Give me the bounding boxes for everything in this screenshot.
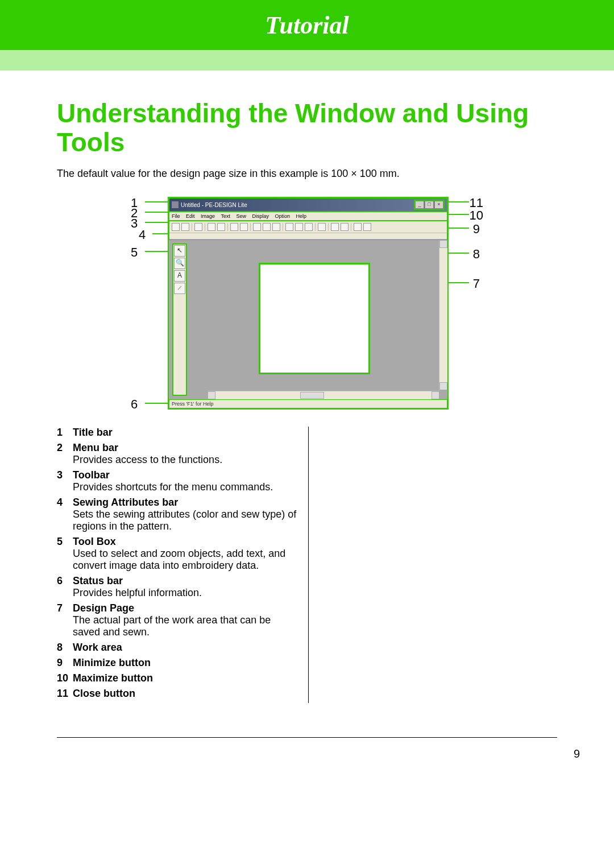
legend-item: 4Sewing Attributes barSets the sewing at… (57, 497, 297, 532)
tb-redo-icon[interactable] (240, 223, 248, 231)
close-button[interactable]: × (434, 201, 443, 209)
callout-10: 10 (470, 208, 483, 223)
tb-cut-icon[interactable] (253, 223, 261, 231)
callout-8: 8 (473, 247, 480, 262)
legend-desc: Used to select and zoom objects, add tex… (73, 548, 297, 572)
tb-paste-icon[interactable] (272, 223, 280, 231)
tb-save-icon[interactable] (194, 223, 202, 231)
minimize-button[interactable]: _ (415, 201, 424, 209)
legend-title: Minimize button (73, 657, 297, 669)
maximize-button[interactable]: □ (425, 201, 434, 209)
menu-help[interactable]: Help (296, 213, 307, 219)
legend-number: 8 (57, 642, 73, 654)
legend-desc: Sets the sewing attributes (color and se… (73, 509, 297, 532)
legend-number: 2 (57, 442, 73, 466)
tb-icon[interactable] (295, 223, 303, 231)
tb-icon[interactable] (363, 223, 371, 231)
tb-icon[interactable] (318, 223, 326, 231)
tb-icon[interactable] (341, 223, 349, 231)
menu-image[interactable]: Image (201, 213, 215, 219)
intro-text: The default value for the design page si… (57, 168, 557, 180)
menu-edit[interactable]: Edit (186, 213, 195, 219)
legend-title: Design Page (73, 602, 297, 614)
menu-display[interactable]: Display (252, 213, 269, 219)
legend-desc: Provides shortcuts for the menu commands… (73, 481, 297, 493)
tb-icon[interactable] (354, 223, 362, 231)
legend-title: Menu bar (73, 442, 297, 454)
callout-3: 3 (131, 216, 138, 231)
tb-icon[interactable] (217, 223, 225, 231)
subheader-bar (0, 50, 614, 71)
legend-item: 10Maximize button (57, 672, 297, 684)
image-tool[interactable]: ⟋ (174, 283, 185, 294)
legend-title: Work area (73, 642, 297, 654)
legend-item: 2Menu barProvides access to the function… (57, 442, 297, 466)
window-buttons: _ □ × (414, 200, 445, 210)
legend-desc: The actual part of the work area that ca… (73, 614, 297, 638)
tb-new-icon[interactable] (172, 223, 180, 231)
legend-list: 1Title bar2Menu barProvides access to th… (57, 427, 297, 700)
tb-icon[interactable] (208, 223, 215, 231)
callout-9: 9 (473, 222, 480, 237)
sewing-attributes-bar[interactable] (169, 233, 447, 239)
header-bar: Tutorial (0, 0, 614, 50)
tb-open-icon[interactable] (181, 223, 189, 231)
app-window: Untitled - PE-DESIGN Lite _ □ × File Edi… (168, 197, 449, 410)
legend-number: 9 (57, 657, 73, 669)
menu-text[interactable]: Text (221, 213, 230, 219)
legend-desc: Provides helpful information. (73, 587, 297, 599)
legend-item: 8Work area (57, 642, 297, 654)
legend-item: 6Status barProvides helpful information. (57, 575, 297, 599)
legend-number: 11 (57, 688, 73, 700)
horizontal-scrollbar[interactable] (208, 391, 439, 399)
callout-6: 6 (131, 397, 138, 412)
legend-desc: Provides access to the functions. (73, 454, 297, 466)
callout-7: 7 (473, 276, 480, 291)
select-tool[interactable]: ↖ (174, 245, 185, 257)
design-page[interactable] (259, 263, 370, 374)
menu-file[interactable]: File (172, 213, 180, 219)
callout-5: 5 (131, 245, 138, 260)
tb-copy-icon[interactable] (263, 223, 271, 231)
legend-title: Close button (73, 688, 297, 700)
tb-undo-icon[interactable] (230, 223, 238, 231)
legend-number: 5 (57, 536, 73, 572)
toolbar-wrap (169, 221, 447, 240)
work-area[interactable]: ↖ 🔍 A ⟋ (169, 240, 447, 399)
menu-sew[interactable]: Sew (236, 213, 246, 219)
window-title: Untitled - PE-DESIGN Lite (181, 202, 247, 208)
legend-item: 9Minimize button (57, 657, 297, 669)
legend-title: Title bar (73, 427, 297, 439)
status-bar: Press 'F1' for Help (169, 399, 447, 408)
toolbar (169, 221, 447, 233)
header-title: Tutorial (265, 11, 349, 40)
legend-item: 3ToolbarProvides shortcuts for the menu … (57, 469, 297, 493)
legend-number: 7 (57, 602, 73, 638)
text-tool[interactable]: A (174, 270, 185, 282)
legend-number: 6 (57, 575, 73, 599)
zoom-tool[interactable]: 🔍 (174, 258, 185, 269)
legend-title: Sewing Attributes bar (73, 497, 297, 509)
legend-number: 1 (57, 427, 73, 439)
legend-item: 5Tool BoxUsed to select and zoom objects… (57, 536, 297, 572)
legend-number: 10 (57, 672, 73, 684)
vertical-scrollbar[interactable] (439, 240, 447, 390)
tb-icon[interactable] (285, 223, 293, 231)
legend-title: Tool Box (73, 536, 297, 548)
legend-title: Toolbar (73, 469, 297, 481)
section-title: Understanding the Window and Using Tools (57, 99, 557, 156)
tool-box: ↖ 🔍 A ⟋ (172, 243, 187, 396)
legend-number: 3 (57, 469, 73, 493)
menu-option[interactable]: Option (275, 213, 291, 219)
legend-item: 7Design PageThe actual part of the work … (57, 602, 297, 638)
canvas-area[interactable] (190, 240, 447, 399)
legend-title: Maximize button (73, 672, 297, 684)
legend-title: Status bar (73, 575, 297, 587)
legend-number: 4 (57, 497, 73, 532)
callout-4: 4 (139, 228, 146, 242)
menu-bar[interactable]: File Edit Image Text Sew Display Option … (169, 212, 447, 221)
tb-icon[interactable] (305, 223, 313, 231)
title-bar: Untitled - PE-DESIGN Lite _ □ × (169, 198, 447, 212)
app-icon (172, 201, 179, 208)
tb-icon[interactable] (331, 223, 339, 231)
